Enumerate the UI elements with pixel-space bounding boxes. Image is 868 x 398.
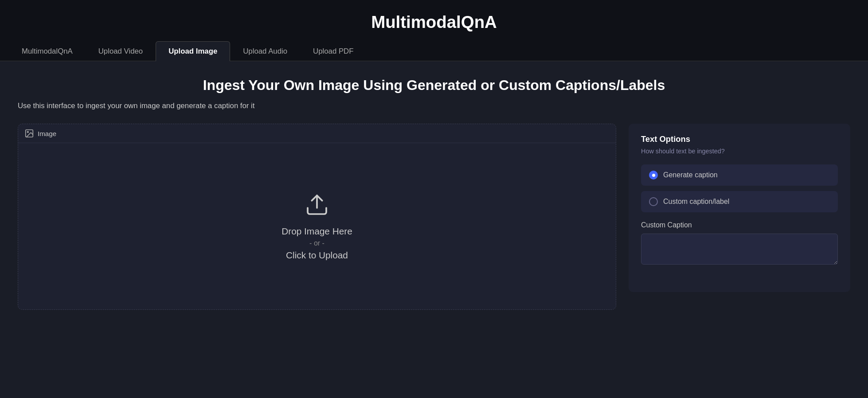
page-description: Use this interface to ingest your own im… <box>18 101 850 110</box>
radio-custom-caption[interactable]: Custom caption/label <box>641 191 838 212</box>
options-subtitle: How should text be ingested? <box>641 148 838 155</box>
page-heading: Ingest Your Own Image Using Generated or… <box>18 77 850 94</box>
radio-generate-circle <box>649 171 658 179</box>
radio-generate-label: Generate caption <box>663 171 718 179</box>
custom-caption-input[interactable] <box>641 234 838 265</box>
click-upload-text[interactable]: Click to Upload <box>286 250 348 261</box>
tab-upload-image[interactable]: Upload Image <box>156 41 230 61</box>
radio-custom-label: Custom caption/label <box>663 198 729 206</box>
main-content: Ingest Your Own Image Using Generated or… <box>0 61 868 398</box>
svg-point-1 <box>27 131 28 133</box>
options-panel: Text Options How should text be ingested… <box>629 124 850 292</box>
radio-custom-circle <box>649 197 658 206</box>
tab-multimodalqna[interactable]: MultimodalQnA <box>9 41 86 61</box>
custom-caption-section: Custom Caption <box>641 221 838 266</box>
app-title: MultimodalQnA <box>0 0 868 41</box>
tab-upload-video[interactable]: Upload Video <box>86 41 156 61</box>
upload-panel-header: Image <box>18 124 616 143</box>
upload-arrow-icon <box>305 192 329 217</box>
image-icon <box>24 129 34 138</box>
tab-bar: MultimodalQnA Upload Video Upload Image … <box>0 41 868 61</box>
upload-icon-wrap <box>305 192 329 219</box>
panel-label: Image <box>38 130 56 137</box>
radio-generate-caption[interactable]: Generate caption <box>641 164 838 186</box>
drop-text: Drop Image Here <box>282 226 352 237</box>
content-row: Image Drop Image Here - or - Click to Up… <box>18 124 850 310</box>
or-text: - or - <box>309 239 325 247</box>
tab-upload-pdf[interactable]: Upload PDF <box>300 41 366 61</box>
tab-upload-audio[interactable]: Upload Audio <box>230 41 300 61</box>
options-title: Text Options <box>641 134 838 144</box>
custom-caption-title: Custom Caption <box>641 221 838 229</box>
upload-panel[interactable]: Image Drop Image Here - or - Click to Up… <box>18 124 616 310</box>
dropzone[interactable]: Drop Image Here - or - Click to Upload <box>18 143 616 309</box>
